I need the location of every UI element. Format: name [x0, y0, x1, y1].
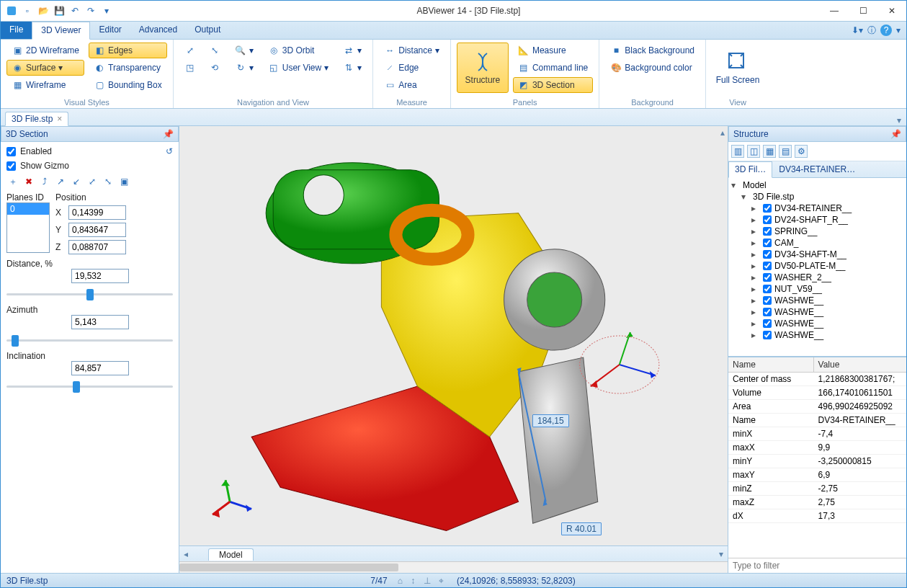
btn-measure-panel[interactable]: 📐Measure — [513, 43, 593, 58]
btn-area[interactable]: ▭Area — [379, 77, 444, 93]
pos-z-input[interactable] — [68, 240, 126, 254]
vtab-menu-icon[interactable]: ▾ — [715, 549, 728, 559]
help-dropdown-icon[interactable]: ▾ — [896, 25, 901, 35]
tab-3d-viewer[interactable]: 3D Viewer — [32, 22, 90, 40]
inclination-slider[interactable] — [6, 380, 173, 393]
btn-distance[interactable]: ↔Distance ▾ — [379, 43, 444, 58]
structure-tree[interactable]: ▾Model ▾3D File.stp ▸ DV34-RETAINER__▸ D… — [728, 178, 906, 357]
pin-icon[interactable]: 📌 — [163, 129, 174, 139]
btn-user-view[interactable]: ◱User View ▾ — [263, 60, 334, 76]
tool-6-icon[interactable]: ⤢ — [86, 175, 99, 188]
btn-nav-4[interactable]: ⟲ — [204, 60, 225, 76]
minimize-button[interactable]: — — [820, 1, 849, 21]
btn-edges[interactable]: ◧Edges — [89, 43, 167, 58]
azimuth-slider[interactable] — [6, 334, 173, 347]
subtab-retainer[interactable]: DV34-RETAINER… — [772, 161, 862, 177]
property-row[interactable]: minZ-2,75 — [728, 482, 906, 496]
btn-full-screen[interactable]: Full Screen — [712, 43, 764, 93]
tree-item[interactable]: ▸ NUT_V59__ — [731, 283, 903, 295]
close-tab-icon[interactable]: × — [57, 114, 62, 124]
tab-file[interactable]: File — [1, 22, 32, 39]
btn-2d-wireframe[interactable]: ▣2D Wireframe — [6, 43, 84, 58]
open-icon[interactable]: 📂 — [37, 4, 50, 17]
btn-nav-3[interactable]: ◳ — [179, 60, 201, 76]
distance-input[interactable] — [71, 269, 129, 283]
3d-canvas[interactable]: 184,15 R 40.01 ▴ — [179, 126, 728, 545]
app-icon[interactable] — [5, 4, 18, 17]
property-row[interactable]: minY-3,250000815 — [728, 455, 906, 468]
str-icon-1[interactable]: ▥ — [731, 145, 744, 158]
btn-3d-orbit[interactable]: ◎3D Orbit — [263, 43, 334, 58]
btn-wireframe[interactable]: ▦Wireframe — [6, 77, 84, 93]
add-plane-icon[interactable]: ＋ — [6, 175, 19, 188]
chk-show-gizmo[interactable]: Show Gizmo — [6, 161, 173, 171]
btn-surface[interactable]: ◉Surface ▾ — [6, 60, 84, 76]
redo-icon[interactable]: ↷ — [84, 4, 97, 17]
azimuth-input[interactable] — [71, 315, 129, 329]
btn-transparency[interactable]: ◐Transparency — [89, 60, 167, 76]
tool-7-icon[interactable]: ⤡ — [102, 175, 115, 188]
property-row[interactable]: maxY6,9 — [728, 468, 906, 482]
str-icon-3[interactable]: ▦ — [763, 145, 776, 158]
tab-output[interactable]: Output — [186, 22, 229, 39]
tree-item[interactable]: ▸ SPRING__ — [731, 226, 903, 237]
tab-editor[interactable]: Editor — [90, 22, 130, 39]
btn-nav-1[interactable]: ⤢ — [179, 43, 201, 58]
tab-advanced[interactable]: Advanced — [130, 22, 186, 39]
property-row[interactable]: Center of mass1,21868300381767; — [728, 373, 906, 386]
btn-command-line[interactable]: ▤Command line — [513, 60, 593, 76]
vtab-prev-icon[interactable]: ◂ — [179, 549, 192, 559]
chk-enabled[interactable]: Enabled — [6, 146, 52, 156]
doc-tabs-menu[interactable]: ▾ — [892, 115, 906, 125]
property-row[interactable]: minX-7,4 — [728, 427, 906, 441]
property-row[interactable]: dX17,3 — [728, 509, 906, 523]
viewport-tab-model[interactable]: Model — [208, 548, 254, 561]
str-icon-2[interactable]: ◫ — [747, 145, 760, 158]
tool-8-icon[interactable]: ▣ — [117, 175, 130, 188]
str-icon-4[interactable]: ▤ — [779, 145, 792, 158]
property-row[interactable]: Volume166,174010611501 — [728, 386, 906, 400]
tree-item[interactable]: ▸ WASHWE__ — [731, 318, 903, 329]
subtab-file[interactable]: 3D Fil… — [728, 161, 772, 178]
btn-black-bg[interactable]: ■Black Background — [605, 43, 700, 58]
save-icon[interactable]: 💾 — [53, 4, 66, 17]
btn-structure-panel[interactable]: Structure — [457, 43, 509, 93]
btn-bounding-box[interactable]: ▢Bounding Box — [89, 77, 167, 93]
btn-nav-2[interactable]: ⤡ — [204, 43, 225, 58]
pos-x-input[interactable] — [68, 205, 126, 220]
property-row[interactable]: maxX9,9 — [728, 441, 906, 455]
pos-y-input[interactable] — [68, 223, 126, 237]
help-icon[interactable]: ? — [880, 24, 892, 36]
canvas-menu-icon[interactable]: ▴ — [720, 128, 725, 138]
distance-slider[interactable] — [6, 288, 173, 300]
pin-icon[interactable]: 📌 — [890, 129, 901, 139]
str-icon-5[interactable]: ⚙ — [795, 145, 808, 158]
tree-item[interactable]: ▸ DV34-RETAINER__ — [731, 202, 903, 214]
remove-plane-icon[interactable]: ✖ — [22, 175, 35, 188]
property-row[interactable]: NameDV34-RETAINER__ — [728, 414, 906, 427]
property-row[interactable]: maxZ2,75 — [728, 496, 906, 509]
property-row[interactable]: Area496,990246925092 — [728, 400, 906, 414]
planes-listbox[interactable]: 0 — [6, 202, 50, 253]
qat-dropdown-icon[interactable]: ▾ — [100, 4, 113, 17]
reset-icon[interactable]: ↺ — [166, 146, 173, 156]
cloud-icon[interactable]: ⬇▾ — [852, 25, 863, 35]
btn-zoom[interactable]: 🔍▾ — [230, 43, 259, 58]
close-button[interactable]: ✕ — [877, 1, 906, 21]
btn-nav-5[interactable]: ⇄▾ — [338, 43, 367, 58]
tree-item[interactable]: ▸ WASHER_2__ — [731, 272, 903, 283]
tree-item[interactable]: ▸ WASHWE__ — [731, 295, 903, 306]
tool-4-icon[interactable]: ↗ — [54, 175, 67, 188]
tree-item[interactable]: ▸ DV34-SHAFT-M__ — [731, 249, 903, 260]
filter-input[interactable] — [728, 558, 906, 573]
undo-icon[interactable]: ↶ — [68, 4, 81, 17]
new-icon[interactable]: ▫ — [21, 4, 34, 17]
btn-3d-section[interactable]: ◩3D Section — [513, 77, 593, 93]
tool-5-icon[interactable]: ↙ — [70, 175, 83, 188]
tree-item[interactable]: ▸ WASHWE__ — [731, 306, 903, 318]
tree-item[interactable]: ▸ DV24-SHAFT_R__ — [731, 214, 903, 226]
inclination-input[interactable] — [71, 361, 129, 375]
btn-edge[interactable]: ⟋Edge — [379, 60, 444, 76]
btn-bg-color[interactable]: 🎨Background color — [605, 60, 700, 76]
btn-nav-6[interactable]: ⇅▾ — [338, 60, 367, 76]
